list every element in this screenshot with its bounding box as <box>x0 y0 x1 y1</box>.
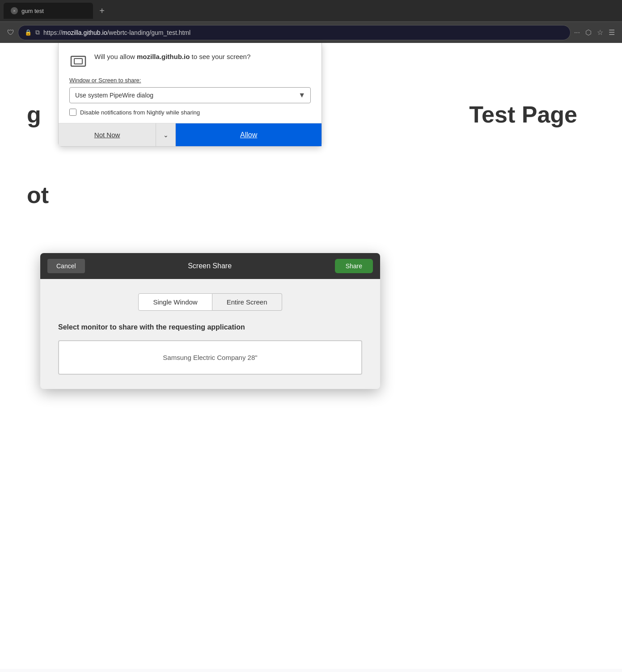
new-tab-button[interactable]: + <box>95 4 109 18</box>
popup-body: Will you allow mozilla.github.io to see … <box>59 43 322 123</box>
screen-share-nav-icon: ⧉ <box>35 29 40 36</box>
dialog-share-button[interactable]: Share <box>335 259 373 273</box>
popup-checkbox-row[interactable]: Disable notifications from Nightly while… <box>69 109 311 116</box>
dialog-header: Cancel Screen Share Share <box>40 253 380 279</box>
url-bar[interactable]: 🔒 ⧉ https://mozilla.github.io/webrtc-lan… <box>18 25 571 40</box>
window-screen-select[interactable]: Use system PipeWire dialog <box>69 87 311 103</box>
popup-footer: Not Now ⌄ Allow <box>59 123 322 146</box>
not-now-dropdown-button[interactable]: ⌄ <box>156 123 176 146</box>
dropdown-wrapper[interactable]: Use system PipeWire dialog ▼ <box>69 87 311 103</box>
page-content: g Test Page ot Will you allow mozilla.gi… <box>0 43 622 669</box>
dialog-cancel-button[interactable]: Cancel <box>47 259 85 273</box>
svg-rect-0 <box>71 56 85 66</box>
page-title-main: Test Page <box>469 101 577 128</box>
browser-chrome: × gum test + 🛡 🔒 ⧉ https://mozilla.githu… <box>0 0 622 43</box>
screen-share-popup-icon <box>69 52 87 70</box>
bookmark-button[interactable]: ☆ <box>597 28 603 37</box>
reader-button[interactable]: ☰ <box>609 28 615 37</box>
dialog-body: Single Window Entire Screen Select monit… <box>40 279 380 389</box>
disable-notifications-checkbox[interactable] <box>69 109 76 116</box>
permission-popup: Will you allow mozilla.github.io to see … <box>58 43 322 147</box>
dialog-tabs: Single Window Entire Screen <box>58 293 362 311</box>
nav-bar: 🛡 🔒 ⧉ https://mozilla.github.io/webrtc-l… <box>0 21 622 43</box>
tab-title: gum test <box>21 8 86 14</box>
nav-actions: ··· ⬡ ☆ ☰ <box>574 28 615 37</box>
screen-share-dialog: Cancel Screen Share Share Single Window … <box>40 253 380 389</box>
popup-title: Will you allow mozilla.github.io to see … <box>94 52 250 61</box>
svg-rect-1 <box>74 59 82 64</box>
dialog-title: Screen Share <box>188 262 232 270</box>
url-protocol: https:// <box>43 29 62 36</box>
url-text[interactable]: https://mozilla.github.io/webrtc-landing… <box>43 29 190 36</box>
disable-notifications-label: Disable notifications from Nightly while… <box>80 109 200 116</box>
not-now-button[interactable]: Not Now <box>59 123 156 146</box>
allow-button[interactable]: Allow <box>176 123 322 146</box>
monitor-item[interactable]: Samsung Electric Company 28" <box>58 340 362 375</box>
url-domain: mozilla.github.io <box>62 29 107 36</box>
popup-header: Will you allow mozilla.github.io to see … <box>69 52 311 70</box>
pocket-button[interactable]: ⬡ <box>585 28 592 37</box>
tab-single-window[interactable]: Single Window <box>138 293 212 311</box>
shield-icon: 🛡 <box>7 29 14 37</box>
page-title-partial-left: g <box>27 101 41 128</box>
active-tab[interactable]: × gum test <box>4 3 93 19</box>
url-path: /webrtc-landing/gum_test.html <box>107 29 190 36</box>
more-button[interactable]: ··· <box>574 29 580 37</box>
tab-entire-screen[interactable]: Entire Screen <box>212 293 282 311</box>
popup-domain: mozilla.github.io <box>137 53 190 60</box>
tab-close-button[interactable]: × <box>11 7 18 14</box>
dialog-subtitle: Select monitor to share with the request… <box>58 323 362 331</box>
lock-icon: 🔒 <box>25 29 32 36</box>
tab-bar: × gum test + <box>0 0 622 21</box>
page-title-partial-right: ot <box>27 182 49 208</box>
popup-section-label: Window or Screen to share: <box>69 77 311 84</box>
